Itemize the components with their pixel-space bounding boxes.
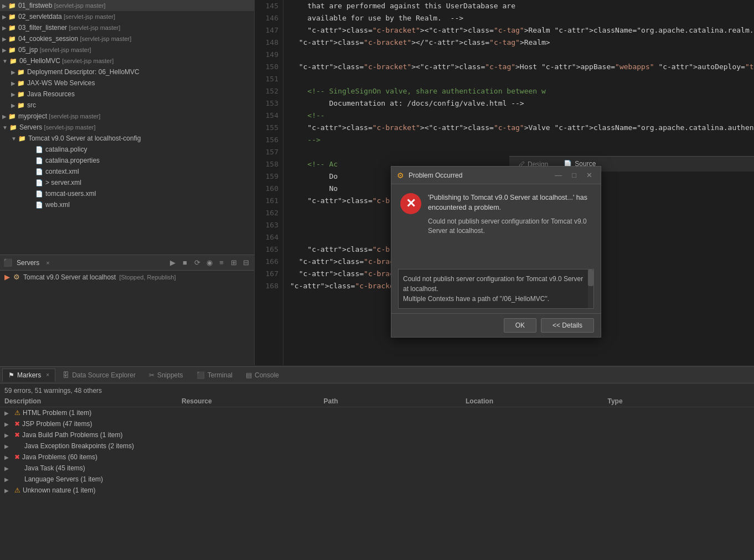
tree-item-03_filter_listener[interactable]: ▶📁03_filter_listener [servlet-jsp master… (0, 22, 254, 33)
expand-arrow-2[interactable]: ▶ (4, 432, 12, 438)
dialog-title-bar: ⚙ Problem Occurred — □ ✕ (391, 167, 601, 184)
tree-item-context-xml[interactable]: 📄context.xml (0, 166, 254, 177)
tree-item-servers[interactable]: ▼📁Servers [servlet-jsp master] (0, 122, 254, 133)
marker-row-0[interactable]: ▶ ⚠ HTML Problem (1 item) (0, 407, 754, 418)
bottom-tab-console[interactable]: ▤ Console (240, 369, 285, 382)
error-icon-1: ✖ (14, 420, 20, 428)
dialog-minimize-btn[interactable]: — (552, 170, 565, 180)
tree-item-web-xml[interactable]: 📄web.xml (0, 199, 254, 210)
marker-label-5: Java Task (45 items) (24, 464, 85, 472)
line-number: 154 (255, 110, 278, 122)
toolbar-minimize[interactable]: ⊟ (241, 258, 251, 268)
expand-arrow-6[interactable]: ▶ (4, 476, 12, 483)
toolbar-start[interactable]: ▶ (168, 258, 178, 268)
toolbar-restart[interactable]: ⟳ (192, 258, 202, 268)
expand-arrow-5[interactable]: ▶ (4, 465, 12, 471)
toolbar-maximize[interactable]: ⊞ (229, 258, 239, 268)
marker-row-5[interactable]: ▶ Java Task (45 items) (0, 463, 754, 474)
tree-item-catalina-policy[interactable]: 📄catalina.policy (0, 144, 254, 155)
expand-arrow-1[interactable]: ▶ (4, 421, 12, 427)
line-number: 152 (255, 85, 278, 97)
line-number: 151 (255, 73, 278, 85)
marker-row-7[interactable]: ▶ ⚠ Unknown nature (1 item) (0, 485, 754, 496)
tree-icon: 📁 (17, 102, 25, 109)
toolbar-stop[interactable]: ■ (180, 258, 190, 268)
servers-close-btn[interactable]: × (46, 260, 49, 266)
tree-label: Servers [servlet-jsp master] (19, 123, 96, 131)
tree-arrow: ▼ (11, 136, 17, 142)
tab-close-0[interactable]: × (46, 372, 49, 378)
toolbar-menu[interactable]: ≡ (216, 258, 226, 268)
tree-item-myproject[interactable]: ▶📁myproject [servlet-jsp master] (0, 111, 254, 122)
tree-item-deployment-desc[interactable]: ▶📁Deployment Descriptor: 06_HelloMVC (0, 66, 254, 77)
code-line: "c-attr">class="c-bracket"><"c-attr">cla… (290, 122, 754, 134)
tree-item-tomcat-config[interactable]: ▼📁Tomcat v9.0 Server at localhost-config (0, 133, 254, 144)
tree-label: Deployment Descriptor: 06_HelloMVC (27, 68, 140, 76)
expand-arrow-4[interactable]: ▶ (4, 454, 12, 460)
tree-item-java-resources[interactable]: ▶📁Java Resources (0, 89, 254, 100)
marker-row-4[interactable]: ▶ ✖ Java Problems (60 items) (0, 452, 754, 463)
servers-panel: ⬛ Servers × ▶ ■ ⟳ ◉ ≡ ⊞ ⊟ ▶ ⚙ Tomcat v9.… (0, 255, 255, 365)
header-path: Path (324, 397, 466, 405)
tree-item-tomcat-users-xml[interactable]: 📄tomcat-users.xml (0, 188, 254, 199)
expand-arrow-0[interactable]: ▶ (4, 410, 12, 416)
file-icon: 📄 (35, 168, 43, 175)
tree-icon: 📁 (8, 113, 16, 120)
toolbar-debug[interactable]: ◉ (204, 258, 214, 268)
marker-row-6[interactable]: ▶ Language Servers (1 item) (0, 474, 754, 485)
error-detail-body: Multiple Contexts have a path of "/06_He… (403, 295, 549, 303)
line-number: 165 (255, 243, 278, 256)
tree-item-05_jsp[interactable]: ▶📁05_jsp [servlet-jsp master] (0, 44, 254, 55)
marker-row-3[interactable]: ▶ Java Exception Breakpoints (2 items) (0, 440, 754, 452)
tree-item-jax-ws[interactable]: ▶📁JAX-WS Web Services (0, 77, 254, 89)
expand-arrow-3[interactable]: ▶ (4, 443, 12, 449)
bottom-tab-terminal[interactable]: ⬛ Terminal (190, 369, 239, 382)
details-button[interactable]: << Details (541, 318, 594, 333)
tree-item-01_firstweb[interactable]: ▶📁01_firstweb [servlet-jsp master] (0, 0, 254, 11)
dialog-title-text: Problem Occurred (409, 172, 548, 179)
error-detail-scrollbar[interactable] (588, 269, 593, 308)
tree-arrow: ▶ (2, 25, 7, 31)
dialog-secondary-message: Could not publish server configuration f… (428, 217, 592, 236)
ok-button[interactable]: OK (504, 318, 536, 333)
dialog-messages: 'Publishing to Tomcat v9.0 Server at loc… (428, 193, 592, 260)
code-line: --> (290, 134, 754, 146)
line-number: 157 (255, 146, 278, 158)
tab-label-3: Terminal (208, 371, 233, 379)
server-list-item[interactable]: ▶ ⚙ Tomcat v9.0 Server at localhost [Sto… (0, 271, 254, 283)
tree-item-04_cookies_session[interactable]: ▶📁04_cookies_session [servlet-jsp master… (0, 33, 254, 44)
line-number: 159 (255, 170, 278, 183)
expand-arrow-7[interactable]: ▶ (4, 488, 12, 494)
tree-label: src (27, 101, 36, 109)
warn-icon-0: ⚠ (14, 409, 20, 417)
dialog-close-btn[interactable]: ✕ (583, 170, 595, 180)
error-detail-title: Could not publish server configuration f… (403, 275, 583, 293)
code-line: <!-- (290, 110, 754, 122)
tree-arrow: ▶ (2, 3, 7, 9)
bottom-tab-data-source-explorer[interactable]: 🗄 Data Source Explorer (56, 369, 142, 382)
servers-tab-label: Servers (17, 259, 39, 267)
bottom-tab-snippets[interactable]: ✂ Snippets (143, 369, 189, 382)
line-number: 160 (255, 183, 278, 195)
warn-icon-7: ⚠ (14, 486, 20, 494)
tree-icon: 📁 (9, 124, 17, 131)
bottom-tab-markers[interactable]: ⚑ Markers× (2, 369, 55, 382)
file-icon: 📄 (35, 190, 43, 198)
tree-item-06_HelloMVC[interactable]: ▼📁06_HelloMVC [servlet-jsp master] (0, 55, 254, 66)
dialog-restore-btn[interactable]: □ (569, 170, 579, 180)
line-number: 148 (255, 37, 278, 49)
tree-item-02_servletdata[interactable]: ▶📁02_servletdata [servlet-jsp master] (0, 11, 254, 22)
marker-row-2[interactable]: ▶ ✖ Java Build Path Problems (1 item) (0, 429, 754, 440)
problem-occurred-dialog: ⚙ Problem Occurred — □ ✕ ✕ 'Publishing t… (391, 166, 601, 338)
markers-content: 59 errors, 51 warnings, 48 others Descri… (0, 383, 754, 498)
tree-item-server-xml[interactable]: 📄> server.xml (0, 177, 254, 188)
line-number: 147 (255, 24, 278, 37)
code-line (290, 49, 754, 61)
tree-badge: [servlet-jsp master] (44, 124, 96, 131)
tree-item-catalina-properties[interactable]: 📄catalina.properties (0, 155, 254, 166)
header-location: Location (466, 397, 608, 405)
marker-row-1[interactable]: ▶ ✖ JSP Problem (47 items) (0, 418, 754, 429)
tree-item-src[interactable]: ▶📁src (0, 100, 254, 111)
line-numbers: 1451461471481491501511521531541551561571… (255, 0, 283, 365)
error-icon-2: ✖ (14, 431, 20, 439)
